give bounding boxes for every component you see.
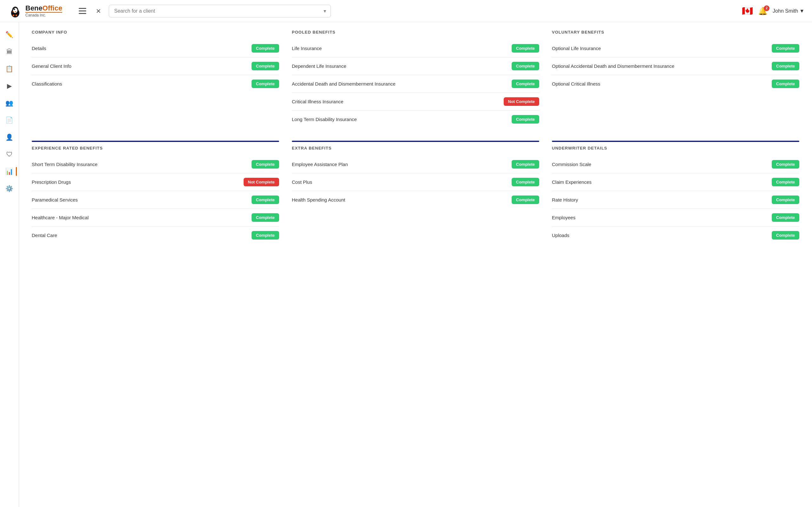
experience-rated-title: EXPERIENCE RATED BENEFITS <box>32 146 279 151</box>
list-item[interactable]: General Client InfoComplete <box>32 57 279 75</box>
list-item[interactable]: Dental CareComplete <box>32 227 279 244</box>
list-item[interactable]: UploadsComplete <box>552 227 799 244</box>
item-label: General Client Info <box>32 63 71 69</box>
list-item[interactable]: EmployeesComplete <box>552 209 799 227</box>
layout: ✏️ 🏛 📋 ▶ 👥 📄 👤 🛡 📊 ⚙️ COMPANY INFO Detai… <box>0 22 812 507</box>
sidebar-item-bank[interactable]: 🏛 <box>2 44 17 59</box>
search-input[interactable] <box>109 5 331 17</box>
logo-sub: Canada Inc. <box>26 12 62 17</box>
user-menu-button[interactable]: John Smith ▼ <box>773 8 804 14</box>
status-badge: Complete <box>512 115 539 124</box>
logo-text: BeneOffice Canada Inc. <box>26 4 62 17</box>
list-item[interactable]: Health Spending AccountComplete <box>292 191 539 209</box>
sidebar-item-play[interactable]: ▶ <box>2 78 17 93</box>
logo-office: Office <box>43 4 62 12</box>
divider-2 <box>292 141 539 142</box>
voluntary-benefits-section: VOLUNTARY BENEFITS Optional Life Insuran… <box>552 30 799 128</box>
logo-area: BeneOffice Canada Inc. <box>8 3 71 19</box>
list-item[interactable]: Critical Illness InsuranceNot Complete <box>292 93 539 111</box>
sidebar-item-settings[interactable]: ⚙️ <box>2 181 17 196</box>
underwriter-details-items: Commission ScaleCompleteClaim Experience… <box>552 156 799 244</box>
notifications-button[interactable]: 🔔 2 <box>758 7 768 15</box>
status-badge: Complete <box>772 160 799 169</box>
status-badge: Complete <box>772 178 799 186</box>
list-item[interactable]: Healthcare - Major MedicalComplete <box>32 209 279 227</box>
sidebar-item-user[interactable]: 👤 <box>2 130 17 145</box>
status-badge: Complete <box>772 44 799 53</box>
voluntary-benefits-items: Optional Life InsuranceCompleteOptional … <box>552 40 799 93</box>
item-label: Optional Life Insurance <box>552 46 601 51</box>
top-sections-row: COMPANY INFO DetailsCompleteGeneral Clie… <box>32 30 799 128</box>
item-label: Commission Scale <box>552 162 591 167</box>
sidebar-item-edit[interactable]: ✏️ <box>2 27 17 42</box>
extra-benefits-title: EXTRA BENEFITS <box>292 146 539 151</box>
search-dropdown-arrow-icon: ▼ <box>322 9 327 14</box>
status-badge: Complete <box>252 62 279 70</box>
status-badge: Complete <box>512 195 539 204</box>
sidebar-item-shield[interactable]: 🛡 <box>2 147 17 162</box>
list-item[interactable]: Commission ScaleComplete <box>552 156 799 173</box>
list-item[interactable]: Rate HistoryComplete <box>552 191 799 209</box>
item-label: Health Spending Account <box>292 197 345 203</box>
list-item[interactable]: ClassificationsComplete <box>32 75 279 93</box>
sidebar-item-list[interactable]: 📋 <box>2 61 17 76</box>
status-badge: Complete <box>252 79 279 88</box>
experience-rated-section: EXPERIENCE RATED BENEFITS Short Term Dis… <box>32 146 279 244</box>
list-item[interactable]: Optional Accidental Death and Dismemberm… <box>552 57 799 75</box>
item-label: Employees <box>552 215 575 220</box>
extra-benefits-items: Employee Assistance PlanCompleteCost Plu… <box>292 156 539 209</box>
list-item[interactable]: Long Term Disability InsuranceComplete <box>292 111 539 128</box>
sidebar-item-group[interactable]: 👥 <box>2 96 17 110</box>
expand-button[interactable]: ✕ <box>94 5 103 17</box>
item-label: Paramedical Services <box>32 197 78 203</box>
status-badge: Complete <box>512 160 539 169</box>
voluntary-benefits-title: VOLUNTARY BENEFITS <box>552 30 799 35</box>
list-item[interactable]: Claim ExperiencesComplete <box>552 173 799 191</box>
underwriter-details-title: UNDERWRITER DETAILS <box>552 146 799 151</box>
list-item[interactable]: DetailsComplete <box>32 40 279 57</box>
status-badge: Complete <box>772 79 799 88</box>
list-item[interactable]: Accidental Death and Dismemberment Insur… <box>292 75 539 93</box>
item-label: Accidental Death and Dismemberment Insur… <box>292 81 396 87</box>
list-item[interactable]: Short Term Disability InsuranceComplete <box>32 156 279 173</box>
status-badge: Complete <box>252 213 279 222</box>
experience-rated-items: Short Term Disability InsuranceCompleteP… <box>32 156 279 244</box>
header-right: 🇨🇦 🔔 2 John Smith ▼ <box>742 6 804 16</box>
item-label: Long Term Disability Insurance <box>292 117 357 122</box>
list-item[interactable]: Optional Life InsuranceComplete <box>552 40 799 57</box>
status-badge: Complete <box>512 79 539 88</box>
underwriter-details-section: UNDERWRITER DETAILS Commission ScaleComp… <box>552 146 799 244</box>
status-badge: Complete <box>252 160 279 169</box>
sidebar-item-document[interactable]: 📄 <box>2 113 17 127</box>
pooled-benefits-items: Life InsuranceCompleteDependent Life Ins… <box>292 40 539 128</box>
item-label: Dependent Life Insurance <box>292 63 346 69</box>
list-item[interactable]: Employee Assistance PlanComplete <box>292 156 539 173</box>
status-badge: Not Complete <box>244 178 280 186</box>
logo-bene: Bene <box>26 4 43 12</box>
user-chevron-icon: ▼ <box>799 8 804 14</box>
hamburger-button[interactable] <box>77 6 88 16</box>
list-item[interactable]: Optional Critical IllnessComplete <box>552 75 799 93</box>
list-item[interactable]: Dependent Life InsuranceComplete <box>292 57 539 75</box>
puffin-logo-icon <box>8 3 23 19</box>
pooled-benefits-section: POOLED BENEFITS Life InsuranceCompleteDe… <box>292 30 539 128</box>
item-label: Critical Illness Insurance <box>292 99 344 104</box>
item-label: Uploads <box>552 233 569 238</box>
divider-3 <box>552 141 799 142</box>
list-item[interactable]: Paramedical ServicesComplete <box>32 191 279 209</box>
company-info-title: COMPANY INFO <box>32 30 279 35</box>
item-label: Details <box>32 46 46 51</box>
status-badge: Complete <box>772 62 799 70</box>
notification-badge: 2 <box>764 5 769 11</box>
list-item[interactable]: Cost PlusComplete <box>292 173 539 191</box>
list-item[interactable]: Life InsuranceComplete <box>292 40 539 57</box>
status-badge: Complete <box>252 231 279 239</box>
item-label: Cost Plus <box>292 179 312 185</box>
item-label: Optional Accidental Death and Dismemberm… <box>552 63 674 69</box>
status-badge: Complete <box>772 195 799 204</box>
search-bar-container: ▼ <box>109 5 331 17</box>
item-label: Short Term Disability Insurance <box>32 162 97 167</box>
list-item[interactable]: Prescription DrugsNot Complete <box>32 173 279 191</box>
sidebar-item-chart[interactable]: 📊 <box>2 164 17 179</box>
section-dividers <box>32 141 799 142</box>
